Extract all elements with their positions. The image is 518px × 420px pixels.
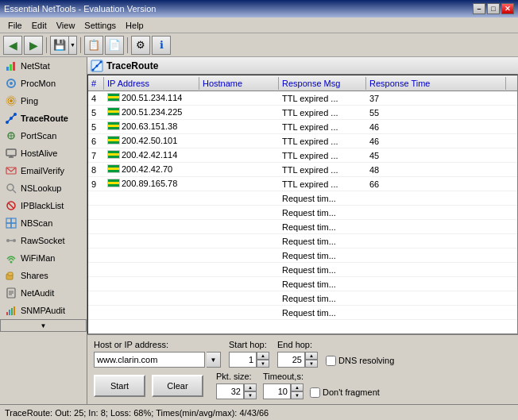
svg-line-12 <box>11 114 15 118</box>
sidebar-label-ping: Ping <box>21 96 38 106</box>
copy-button-1[interactable]: 📋 <box>84 36 103 55</box>
table-header: # IP Address Hostname Response Msg Respo… <box>88 75 517 91</box>
sidebar-item-nslookup[interactable]: NSLookup <box>0 179 87 197</box>
table-row[interactable]: 4 200.51.234.114 TTL expired ... 37 <box>88 91 517 106</box>
cell-ip <box>104 298 199 299</box>
settings-button[interactable]: ⚙ <box>131 36 150 55</box>
sidebar-item-portscan[interactable]: PortScan <box>0 127 87 144</box>
shares-icon <box>5 269 17 282</box>
sidebar-scroll-down[interactable]: ▼ <box>0 319 87 332</box>
save-dropdown-button[interactable]: ▼ <box>69 36 77 55</box>
table-row[interactable]: 5 200.63.151.38 TTL expired ... 46 <box>88 120 517 134</box>
cell-num: 5 <box>88 121 104 133</box>
pkt-size-input[interactable] <box>216 383 244 399</box>
dns-resolving-wrap[interactable]: DNS resolving <box>326 356 394 366</box>
table-row[interactable]: 5 200.51.234.225 TTL expired ... 55 <box>88 106 517 120</box>
timeout-up[interactable]: ▲ <box>291 383 303 391</box>
cell-host <box>199 298 279 299</box>
forward-button[interactable]: ▶ <box>24 36 43 55</box>
cell-msg: Request tim... <box>279 307 366 318</box>
table-row[interactable]: Request tim... <box>88 191 517 206</box>
dont-fragment-label: Don't fragment <box>323 387 380 397</box>
end-hop-input[interactable] <box>277 352 305 368</box>
table-row[interactable]: Request tim... <box>88 220 517 234</box>
start-hop-down[interactable]: ▼ <box>257 360 269 368</box>
col-header-msg[interactable]: Response Msg <box>279 77 366 90</box>
maximize-button[interactable]: □ <box>487 3 500 14</box>
table-row[interactable]: Request tim... <box>88 249 517 263</box>
sidebar-item-traceroute[interactable]: TraceRoute <box>0 110 87 127</box>
timeout-down[interactable]: ▼ <box>291 391 303 399</box>
col-header-num[interactable]: # <box>88 77 104 90</box>
status-bar: TraceRoute: Out: 25; In: 8; Loss: 68%; T… <box>0 404 518 420</box>
cell-time: 66 <box>366 179 517 190</box>
table-row[interactable]: 7 200.42.42.114 TTL expired ... 45 <box>88 148 517 163</box>
svg-rect-33 <box>8 272 13 276</box>
menu-edit[interactable]: Edit <box>27 19 52 32</box>
sidebar-label-portscan: PortScan <box>21 131 56 141</box>
sidebar-item-procmon[interactable]: ProcMon <box>0 75 87 92</box>
sidebar-item-shares[interactable]: Shares <box>0 267 87 284</box>
host-combo-input[interactable]: www.clarin.com <box>94 352 205 368</box>
table-row[interactable]: Request tim... <box>88 234 517 249</box>
table-row[interactable]: 8 200.42.42.70 TTL expired ... 48 <box>88 163 517 177</box>
table-row[interactable]: Request tim... <box>88 277 517 291</box>
col-header-time[interactable]: Response Time <box>366 77 506 90</box>
pkt-size-down[interactable]: ▼ <box>244 391 257 399</box>
country-flag <box>107 107 120 116</box>
menu-view[interactable]: View <box>52 19 80 32</box>
table-row[interactable]: Request tim... <box>88 263 517 277</box>
sidebar: NetStat ProcMon Ping TraceRoute PortScan <box>0 57 87 404</box>
table-row[interactable]: Request tim... <box>88 206 517 220</box>
sidebar-item-netaudit[interactable]: NetAudit <box>0 284 87 302</box>
table-container: # IP Address Hostname Response Msg Respo… <box>87 75 518 334</box>
menu-file[interactable]: File <box>3 19 27 32</box>
save-button[interactable]: 💾 <box>50 36 69 55</box>
table-row[interactable]: Request tim... <box>88 291 517 306</box>
copy-button-2[interactable]: 📄 <box>105 36 124 55</box>
pkt-size-up[interactable]: ▲ <box>244 383 257 391</box>
sidebar-item-nbscan[interactable]: NBScan <box>0 214 87 232</box>
col-header-hostname[interactable]: Hostname <box>199 77 279 90</box>
start-hop-up[interactable]: ▲ <box>257 352 269 360</box>
minimize-button[interactable]: – <box>473 3 485 14</box>
info-button[interactable]: ℹ <box>152 36 171 55</box>
cell-time <box>366 226 517 228</box>
close-button[interactable]: ✕ <box>501 3 514 14</box>
cell-time: 48 <box>366 164 517 175</box>
table-row[interactable]: Request tim... <box>88 306 517 320</box>
sidebar-item-netstat[interactable]: NetStat <box>0 57 87 75</box>
cell-msg: Request tim... <box>279 207 366 218</box>
menu-settings[interactable]: Settings <box>79 19 121 32</box>
back-button[interactable]: ◀ <box>3 36 22 55</box>
menu-help[interactable]: Help <box>121 19 149 32</box>
dns-resolving-checkbox[interactable] <box>326 356 336 366</box>
svg-rect-16 <box>6 149 16 156</box>
end-hop-up[interactable]: ▲ <box>305 352 318 360</box>
table-body[interactable]: 4 200.51.234.114 TTL expired ... 37 5 20… <box>88 91 517 333</box>
sidebar-item-wifiman[interactable]: WiFiMan <box>0 249 87 267</box>
end-hop-down[interactable]: ▼ <box>305 360 318 368</box>
host-combo-dropdown[interactable]: ▼ <box>207 352 221 368</box>
svg-rect-40 <box>11 308 13 315</box>
sidebar-item-emailverify[interactable]: EmailVerify <box>0 162 87 179</box>
dont-fragment-checkbox[interactable] <box>310 387 320 398</box>
timeout-input[interactable] <box>263 383 291 399</box>
cell-ip: 200.63.151.38 <box>104 121 199 133</box>
country-flag <box>107 179 120 187</box>
table-row[interactable]: 6 200.42.50.101 TTL expired ... 46 <box>88 134 517 148</box>
table-row[interactable]: 9 200.89.165.78 TTL expired ... 66 <box>88 177 517 191</box>
start-hop-input[interactable] <box>229 352 257 368</box>
sidebar-item-rawsocket[interactable]: RawSocket <box>0 232 87 249</box>
col-header-ip[interactable]: IP Address <box>104 77 199 90</box>
sidebar-item-hostalive[interactable]: HostAlive <box>0 144 87 162</box>
clear-button[interactable]: Clear <box>152 375 203 397</box>
svg-rect-2 <box>13 62 15 71</box>
pkt-size-spinner: ▲ ▼ <box>216 383 257 399</box>
start-button[interactable]: Start <box>94 375 145 397</box>
sidebar-item-ping[interactable]: Ping <box>0 92 87 110</box>
end-hop-spinner-btns: ▲ ▼ <box>305 352 318 368</box>
sidebar-item-snmpaudit[interactable]: SNMPAudit <box>0 302 87 319</box>
sidebar-item-ipblacklist[interactable]: IPBlackList <box>0 197 87 214</box>
dont-fragment-wrap[interactable]: Don't fragment <box>310 387 380 398</box>
